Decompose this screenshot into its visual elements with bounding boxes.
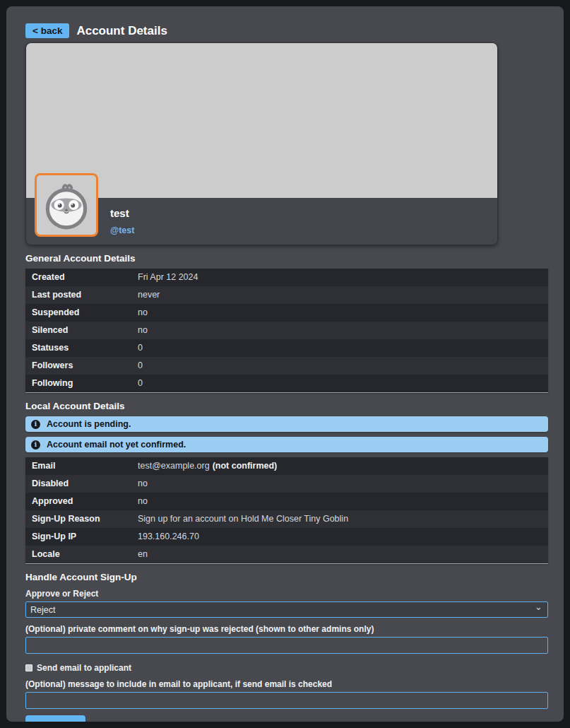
notice-list: i Account is pending. i Account email no… bbox=[25, 416, 549, 452]
private-comment-label: (Optional) private comment on why sign-u… bbox=[25, 624, 549, 634]
table-row: Locale en bbox=[25, 546, 548, 564]
table-row: Statuses 0 bbox=[25, 339, 548, 357]
local-details-table: Email test@example.org(not confirmed) Di… bbox=[25, 457, 548, 564]
row-label: Email bbox=[25, 457, 131, 475]
page-title: Account Details bbox=[76, 24, 167, 38]
info-banner: i Account email not yet confirmed. bbox=[25, 437, 548, 452]
row-label: Following bbox=[25, 375, 131, 393]
row-label: Statuses bbox=[25, 339, 131, 357]
row-value: test@example.org bbox=[138, 461, 210, 471]
row-label: Sign-Up IP bbox=[25, 528, 131, 546]
row-value: Sign up for an account on Hold Me Closer… bbox=[138, 514, 348, 524]
local-details-heading: Local Account Details bbox=[25, 401, 549, 411]
back-button[interactable]: < back bbox=[25, 23, 69, 38]
table-row: Followers 0 bbox=[25, 357, 548, 375]
info-banner-text: Account email not yet confirmed. bbox=[47, 440, 186, 450]
approve-or-reject-label: Approve or Reject bbox=[25, 589, 549, 599]
sloth-mascot-icon bbox=[40, 179, 93, 231]
row-label: Created bbox=[25, 269, 131, 286]
row-value: no bbox=[138, 325, 148, 335]
send-email-row: Send email to applicant bbox=[25, 663, 549, 673]
row-value: no bbox=[138, 307, 148, 317]
row-value: Fri Apr 12 2024 bbox=[138, 272, 198, 282]
table-row: Sign-Up Reason Sign up for an account on… bbox=[25, 510, 548, 528]
email-message-input[interactable] bbox=[25, 692, 548, 709]
account-details-panel: < back Account Details test @test bbox=[6, 6, 564, 722]
info-banner-text: Account is pending. bbox=[47, 419, 131, 429]
row-label: Disabled bbox=[25, 475, 131, 493]
row-label: Silenced bbox=[25, 322, 131, 339]
table-row: Approved no bbox=[25, 493, 548, 510]
private-comment-input[interactable] bbox=[25, 637, 548, 654]
row-value: never bbox=[138, 290, 160, 300]
row-value: 0 bbox=[138, 360, 143, 370]
table-row: Following 0 bbox=[25, 375, 548, 393]
row-value: 0 bbox=[138, 343, 143, 353]
general-details-heading: General Account Details bbox=[25, 253, 549, 264]
row-label: Locale bbox=[25, 546, 131, 564]
row-value: 0 bbox=[138, 378, 143, 388]
row-value-note: (not confirmed) bbox=[213, 461, 278, 471]
table-row: Email test@example.org(not confirmed) bbox=[25, 457, 548, 475]
row-value: no bbox=[138, 496, 148, 506]
handle-signup-heading: Handle Account Sign-Up bbox=[25, 572, 549, 582]
table-row: Suspended no bbox=[25, 304, 548, 322]
table-row: Disabled no bbox=[25, 475, 548, 493]
row-label: Suspended bbox=[25, 304, 131, 322]
reject-submit-button[interactable]: Reject bbox=[25, 715, 85, 722]
email-message-label: (Optional) message to include in email t… bbox=[25, 679, 549, 689]
send-email-checkbox[interactable] bbox=[25, 664, 32, 671]
send-email-label: Send email to applicant bbox=[37, 663, 131, 673]
table-row: Sign-Up IP 193.160.246.70 bbox=[25, 528, 548, 546]
info-icon: i bbox=[31, 440, 40, 450]
avatar bbox=[35, 173, 98, 237]
table-row: Last posted never bbox=[25, 286, 548, 304]
general-details-table: Created Fri Apr 12 2024 Last posted neve… bbox=[25, 269, 548, 393]
row-value: no bbox=[138, 479, 148, 488]
page-header: < back Account Details bbox=[25, 23, 549, 38]
row-label: Approved bbox=[25, 493, 131, 510]
approve-or-reject-select-wrap: Reject ⌄ bbox=[25, 601, 548, 618]
row-value: en bbox=[138, 549, 148, 559]
account-handle-link[interactable]: @test bbox=[110, 225, 134, 235]
info-icon: i bbox=[31, 420, 40, 429]
row-value: 193.160.246.70 bbox=[138, 532, 199, 541]
table-row: Silenced no bbox=[25, 322, 548, 339]
row-label: Followers bbox=[25, 357, 131, 375]
approve-or-reject-select[interactable]: Reject bbox=[25, 601, 548, 618]
row-label: Last posted bbox=[25, 286, 131, 304]
table-row: Created Fri Apr 12 2024 bbox=[25, 269, 548, 286]
info-banner: i Account is pending. bbox=[25, 416, 548, 432]
row-label: Sign-Up Reason bbox=[25, 510, 131, 528]
display-name: test bbox=[110, 198, 497, 219]
profile-card: test @test bbox=[25, 42, 498, 245]
